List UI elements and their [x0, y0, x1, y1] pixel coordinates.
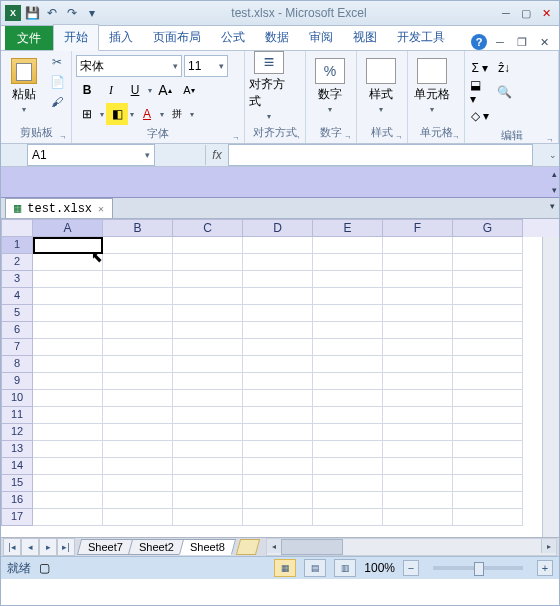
autosum-button[interactable]: Σ ▾: [469, 57, 491, 79]
cell-D12[interactable]: [243, 424, 313, 441]
cell-C12[interactable]: [173, 424, 243, 441]
cell-B8[interactable]: [103, 356, 173, 373]
tab-formulas[interactable]: 公式: [211, 25, 255, 50]
cell-A14[interactable]: [33, 458, 103, 475]
shrink-font-button[interactable]: A▾: [178, 79, 200, 101]
horizontal-scrollbar[interactable]: ◂ ▸: [266, 538, 557, 556]
sheet-tab-Sheet2[interactable]: Sheet2: [128, 539, 185, 555]
row-header-9[interactable]: 9: [1, 373, 33, 390]
cell-E13[interactable]: [313, 441, 383, 458]
cell-D14[interactable]: [243, 458, 313, 475]
font-name-combo[interactable]: 宋体▾: [76, 55, 182, 77]
column-header-B[interactable]: B: [103, 219, 173, 237]
cell-A1[interactable]: [33, 237, 103, 254]
cell-F12[interactable]: [383, 424, 453, 441]
row-header-12[interactable]: 12: [1, 424, 33, 441]
workbook-tab-close-icon[interactable]: ✕: [98, 203, 104, 215]
cell-G1[interactable]: [453, 237, 523, 254]
row-header-8[interactable]: 8: [1, 356, 33, 373]
cell-B3[interactable]: [103, 271, 173, 288]
cell-E4[interactable]: [313, 288, 383, 305]
column-header-E[interactable]: E: [313, 219, 383, 237]
row-header-6[interactable]: 6: [1, 322, 33, 339]
cell-F10[interactable]: [383, 390, 453, 407]
cell-E8[interactable]: [313, 356, 383, 373]
cell-E16[interactable]: [313, 492, 383, 509]
cell-C5[interactable]: [173, 305, 243, 322]
cell-C10[interactable]: [173, 390, 243, 407]
tab-view[interactable]: 视图: [343, 25, 387, 50]
cell-F15[interactable]: [383, 475, 453, 492]
cell-D5[interactable]: [243, 305, 313, 322]
cell-E17[interactable]: [313, 509, 383, 526]
number-button[interactable]: 数字▾: [310, 53, 350, 119]
cell-A10[interactable]: [33, 390, 103, 407]
cell-D8[interactable]: [243, 356, 313, 373]
cell-E2[interactable]: [313, 254, 383, 271]
mdi-restore-button[interactable]: ❐: [513, 34, 531, 50]
phonetic-button[interactable]: 拼: [166, 103, 188, 125]
grow-font-button[interactable]: A▴: [154, 79, 176, 101]
cell-B17[interactable]: [103, 509, 173, 526]
cell-C17[interactable]: [173, 509, 243, 526]
cell-D1[interactable]: [243, 237, 313, 254]
row-header-1[interactable]: 1: [1, 237, 33, 254]
column-header-G[interactable]: G: [453, 219, 523, 237]
cell-G5[interactable]: [453, 305, 523, 322]
cell-F16[interactable]: [383, 492, 453, 509]
tab-insert[interactable]: 插入: [99, 25, 143, 50]
sheet-tab-Sheet7[interactable]: Sheet7: [77, 539, 134, 555]
tab-data[interactable]: 数据: [255, 25, 299, 50]
column-header-D[interactable]: D: [243, 219, 313, 237]
hscroll-right-icon[interactable]: ▸: [541, 539, 556, 553]
cell-B5[interactable]: [103, 305, 173, 322]
cell-F17[interactable]: [383, 509, 453, 526]
cell-F7[interactable]: [383, 339, 453, 356]
cell-B15[interactable]: [103, 475, 173, 492]
cell-B12[interactable]: [103, 424, 173, 441]
cell-G16[interactable]: [453, 492, 523, 509]
cell-E14[interactable]: [313, 458, 383, 475]
cells-button[interactable]: 单元格▾: [412, 53, 452, 119]
help-icon[interactable]: ?: [471, 34, 487, 50]
tab-developer[interactable]: 开发工具: [387, 25, 455, 50]
cell-A13[interactable]: [33, 441, 103, 458]
cell-C15[interactable]: [173, 475, 243, 492]
formula-input[interactable]: [228, 144, 533, 166]
cell-A12[interactable]: [33, 424, 103, 441]
cell-E7[interactable]: [313, 339, 383, 356]
qat-undo-icon[interactable]: ↶: [43, 4, 61, 22]
row-header-14[interactable]: 14: [1, 458, 33, 475]
cell-F1[interactable]: [383, 237, 453, 254]
vertical-scrollbar[interactable]: [542, 237, 559, 537]
tab-home[interactable]: 开始: [53, 24, 99, 51]
cell-B16[interactable]: [103, 492, 173, 509]
row-header-11[interactable]: 11: [1, 407, 33, 424]
cell-B9[interactable]: [103, 373, 173, 390]
cell-A7[interactable]: [33, 339, 103, 356]
hscroll-thumb[interactable]: [281, 539, 343, 555]
cell-G2[interactable]: [453, 254, 523, 271]
cell-A15[interactable]: [33, 475, 103, 492]
cell-F8[interactable]: [383, 356, 453, 373]
row-header-17[interactable]: 17: [1, 509, 33, 526]
cell-C14[interactable]: [173, 458, 243, 475]
row-header-10[interactable]: 10: [1, 390, 33, 407]
cell-C4[interactable]: [173, 288, 243, 305]
sheet-nav-next[interactable]: ▸: [39, 538, 57, 556]
cell-E5[interactable]: [313, 305, 383, 322]
sheet-nav-prev[interactable]: ◂: [21, 538, 39, 556]
underline-button[interactable]: U: [124, 79, 146, 101]
paste-button[interactable]: 粘贴 ▾: [5, 53, 43, 119]
row-header-16[interactable]: 16: [1, 492, 33, 509]
macro-record-icon[interactable]: ▢: [39, 561, 50, 575]
cell-G7[interactable]: [453, 339, 523, 356]
cut-button[interactable]: ✂: [47, 53, 67, 71]
cell-D13[interactable]: [243, 441, 313, 458]
sheet-nav-first[interactable]: |◂: [3, 538, 21, 556]
cell-B7[interactable]: [103, 339, 173, 356]
cell-C8[interactable]: [173, 356, 243, 373]
select-all-corner[interactable]: [1, 219, 33, 237]
cell-C9[interactable]: [173, 373, 243, 390]
cell-A5[interactable]: [33, 305, 103, 322]
